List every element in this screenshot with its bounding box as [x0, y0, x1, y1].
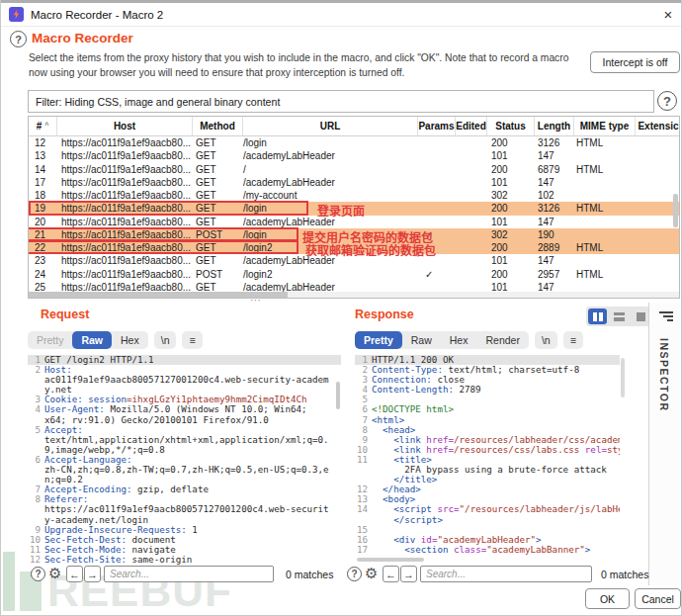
table-row-24[interactable]: 24https://ac011f9a1ef9aacb80...POST/logi…	[29, 268, 679, 281]
filter-bar[interactable]: Filter: Hiding CSS, image and general bi…	[28, 90, 654, 113]
request-newline-button[interactable]: \n	[154, 331, 177, 349]
column-header-host[interactable]: Host	[56, 117, 192, 135]
cell-num: 13	[29, 149, 56, 162]
cell-url: /academyLabHeader	[242, 176, 417, 189]
response-search-help-icon[interactable]: ?	[347, 567, 362, 581]
request-editor[interactable]: 1GET /login2 HTTP/1.12Host:ac011f9a1ef9a…	[28, 355, 341, 566]
cell-url: /academyLabHeader	[242, 216, 417, 228]
tab-raw[interactable]: Raw	[402, 331, 441, 349]
view-stacked-button[interactable]	[610, 308, 629, 324]
request-search-next-button[interactable]: →	[84, 566, 101, 582]
code-line: 12Sec-Fetch-Site: same-origin	[28, 555, 341, 565]
table-row-14[interactable]: 14https://ac011f9a1ef9aacb80...GET/20068…	[29, 163, 679, 176]
column-header-params[interactable]: Params	[417, 117, 455, 135]
column-header-url[interactable]: URL	[242, 117, 417, 135]
cell-status: 200	[486, 136, 534, 149]
response-search-input[interactable]	[420, 566, 592, 582]
response-vertical-scrollbar[interactable]	[621, 358, 625, 397]
table-row-18[interactable]: 18https://ac011f9a1ef9aacb80...GET/my-ac…	[29, 189, 679, 202]
column-header-edited[interactable]: Edited	[455, 117, 486, 135]
cell-method: POST	[192, 228, 242, 241]
column-header-mime-type[interactable]: MIME type	[573, 117, 635, 135]
tab-hex[interactable]: Hex	[112, 331, 148, 349]
column-header-method[interactable]: Method	[192, 117, 242, 135]
inspector-menu-icon[interactable]	[659, 311, 673, 321]
code-line: 17 <section class="academyLabBanner">	[355, 545, 620, 555]
response-menu-icon[interactable]: ≡	[563, 331, 583, 349]
tab-pretty[interactable]: Pretty	[355, 331, 402, 349]
table-horizontal-scrollbar[interactable]	[29, 292, 679, 298]
column-header-extensic[interactable]: Extensic	[635, 117, 680, 135]
cell-host: https://ac011f9a1ef9aacb80...	[56, 189, 192, 202]
cell-status: 101	[486, 149, 534, 162]
response-newline-button[interactable]: \n	[535, 331, 557, 349]
view-toggle-group	[586, 307, 652, 326]
cell-method: GET	[192, 136, 242, 149]
code-line: 4Content-Length: 2789	[355, 385, 620, 395]
cell-host: https://ac011f9a1ef9aacb80...	[56, 176, 192, 189]
intercept-toggle-button[interactable]: Intercept is off	[590, 51, 680, 73]
splitter-handle[interactable]: ⋯	[250, 294, 262, 307]
ok-button[interactable]: OK	[585, 588, 630, 609]
cell-length: 147	[534, 149, 573, 162]
column-header--[interactable]: #^	[29, 117, 56, 135]
cell-method: GET	[192, 202, 242, 215]
cell-mime: HTML	[573, 241, 635, 254]
request-vertical-scrollbar[interactable]	[336, 382, 340, 409]
tab-pretty[interactable]: Pretty	[28, 331, 72, 349]
cell-edited	[455, 136, 486, 149]
response-editor[interactable]: 1HTTP/1.1 200 OK2Content-Type: text/html…	[355, 355, 620, 566]
request-search-input[interactable]	[104, 566, 274, 582]
column-header-status[interactable]: Status	[486, 117, 534, 135]
cancel-button[interactable]: Cancel	[635, 588, 681, 609]
cell-params: ✓	[417, 228, 455, 241]
response-search-prev-button[interactable]: ←	[383, 566, 399, 582]
table-row-20[interactable]: 20https://ac011f9a1ef9aacb80...GET/acade…	[29, 216, 679, 228]
tab-render[interactable]: Render	[476, 331, 528, 349]
cell-host: https://ac011f9a1ef9aacb80...	[56, 136, 192, 149]
inspector-label: INSPECTOR	[658, 338, 670, 412]
window-title: Macro Recorder - Macro 2	[31, 9, 163, 21]
table-row-19[interactable]: 19https://ac011f9a1ef9aacb80...GET/login…	[29, 202, 679, 215]
help-icon[interactable]: ?	[10, 31, 27, 47]
cell-params	[417, 202, 455, 215]
cell-num: 17	[29, 176, 56, 189]
table-vertical-scrollbar[interactable]	[673, 194, 678, 227]
response-search-settings-icon[interactable]: ⚙	[365, 566, 378, 580]
response-tabs-row: PrettyRawHexRender \n ≡	[355, 331, 583, 349]
view-columns-button[interactable]	[588, 308, 607, 324]
cell-mime	[573, 254, 635, 267]
close-icon[interactable]: ×	[659, 6, 677, 23]
table-row-17[interactable]: 17https://ac011f9a1ef9aacb80...GET/acade…	[29, 176, 679, 189]
cell-length: 2957	[534, 268, 573, 281]
request-menu-icon[interactable]: ≡	[182, 331, 202, 349]
tab-hex[interactable]: Hex	[441, 331, 477, 349]
cell-num: 18	[29, 189, 56, 202]
description-text: Select the items from the proxy history …	[29, 51, 585, 80]
filter-help-icon[interactable]: ?	[657, 91, 677, 111]
cell-host: https://ac011f9a1ef9aacb80...	[56, 202, 192, 215]
cell-edited	[455, 163, 486, 176]
table-row-23[interactable]: 23https://ac011f9a1ef9aacb80...GET/acade…	[29, 254, 679, 267]
table-row-21[interactable]: 21https://ac011f9a1ef9aacb80...POST/logi…	[29, 228, 679, 241]
cell-mime	[573, 176, 635, 189]
response-horizontal-scrollbar[interactable]	[357, 558, 424, 562]
cell-method: GET	[192, 149, 242, 162]
table-row-22[interactable]: 22https://ac011f9a1ef9aacb80...GET/login…	[29, 241, 679, 254]
columns-icon	[593, 312, 597, 321]
inspector-panel[interactable]: INSPECTOR	[648, 303, 682, 585]
table-hscroll-thumb[interactable]	[29, 292, 288, 298]
request-search-help-icon[interactable]: ?	[31, 567, 45, 581]
cell-params	[417, 254, 455, 267]
cell-edited	[455, 254, 486, 267]
request-search-prev-button[interactable]: ←	[66, 566, 83, 582]
tab-raw[interactable]: Raw	[72, 331, 112, 349]
table-row-13[interactable]: 13https://ac011f9a1ef9aacb80...GET/acade…	[29, 149, 679, 162]
response-search-next-button[interactable]: →	[400, 566, 417, 582]
cell-url: /login2	[242, 268, 417, 281]
table-row-12[interactable]: 12https://ac011f9a1ef9aacb80...GET/login…	[29, 136, 679, 149]
column-header-length[interactable]: Length	[534, 117, 573, 135]
cell-status: 200	[486, 163, 534, 176]
cell-length: 190	[534, 228, 573, 241]
request-search-settings-icon[interactable]: ⚙	[48, 566, 61, 580]
